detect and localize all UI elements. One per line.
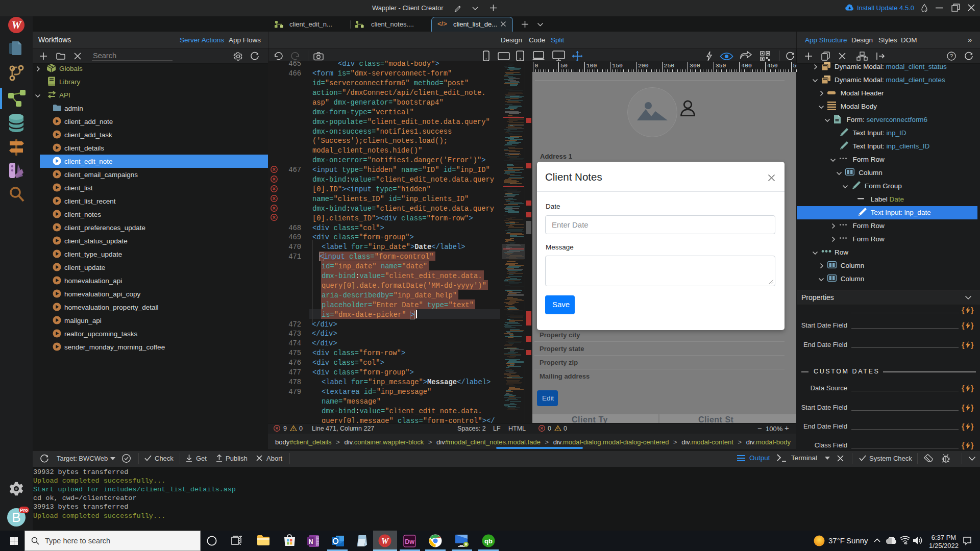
svg-text:B: B (12, 510, 20, 525)
svg-text:W: W (381, 537, 389, 545)
svg-text:W: W (12, 19, 22, 31)
svg-text:Pro: Pro (20, 507, 28, 513)
svg-text:N: N (309, 538, 313, 545)
svg-text:qb: qb (484, 537, 493, 545)
svg-text:?: ? (950, 53, 953, 59)
svg-text:Dw: Dw (405, 538, 414, 545)
